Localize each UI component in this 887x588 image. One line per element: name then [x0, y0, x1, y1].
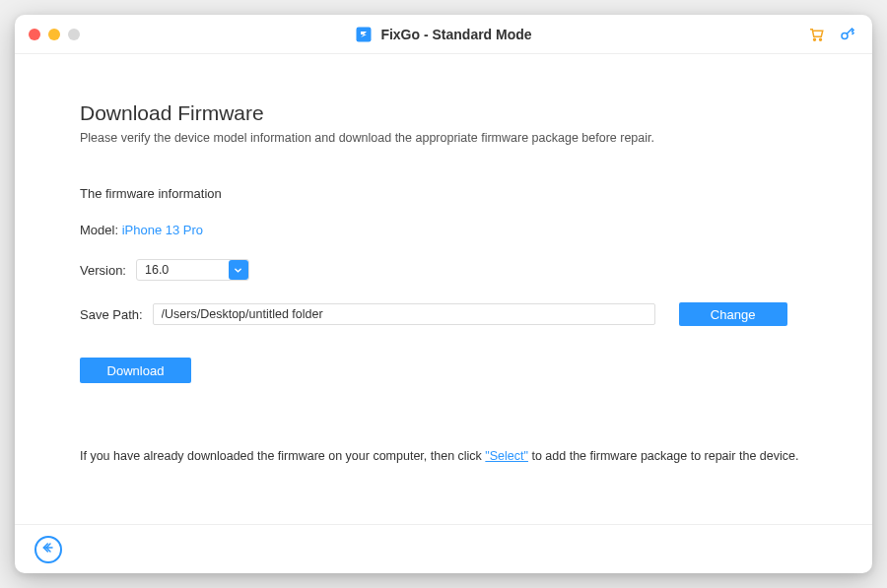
- version-row: Version: 16.0: [80, 259, 807, 281]
- savepath-row: Save Path: Change: [80, 302, 807, 326]
- version-value: 16.0: [145, 263, 169, 277]
- model-row: Model: iPhone 13 Pro: [80, 223, 807, 237]
- back-button[interactable]: [34, 536, 62, 563]
- window-title-text: FixGo - Standard Mode: [380, 27, 531, 42]
- page-subtitle: Please verify the device model informati…: [80, 131, 807, 145]
- page-title: Download Firmware: [80, 101, 807, 125]
- svg-point-2: [820, 38, 822, 40]
- traffic-lights: [15, 29, 80, 40]
- firmware-section-title: The firmware information: [80, 186, 807, 201]
- version-label: Version:: [80, 263, 126, 278]
- chevron-down-icon: [229, 260, 248, 280]
- svg-point-3: [842, 33, 848, 38]
- change-button[interactable]: Change: [679, 302, 787, 326]
- app-logo-icon: [355, 26, 373, 43]
- window-close-button[interactable]: [29, 29, 40, 40]
- footer: [15, 524, 872, 573]
- titlebar-right: [807, 26, 872, 43]
- app-window: FixGo - Standard Mode Download Firmware …: [15, 15, 872, 573]
- already-downloaded-text: If you have already downloaded the firmw…: [80, 449, 798, 463]
- already-suffix: to add the firmware package to repair th…: [531, 449, 798, 463]
- window-maximize-button[interactable]: [68, 29, 80, 40]
- content-area: Download Firmware Please verify the devi…: [15, 54, 872, 524]
- svg-rect-0: [357, 27, 372, 41]
- svg-point-1: [814, 38, 816, 40]
- already-prefix: If you have already downloaded the firmw…: [80, 449, 485, 463]
- savepath-input[interactable]: [153, 303, 655, 325]
- window-minimize-button[interactable]: [48, 29, 60, 40]
- select-link[interactable]: "Select": [485, 449, 528, 463]
- arrow-left-icon: [40, 540, 56, 559]
- version-select[interactable]: 16.0: [136, 259, 249, 281]
- key-icon[interactable]: [839, 26, 856, 43]
- window-title: FixGo - Standard Mode: [15, 26, 872, 43]
- download-button[interactable]: Download: [80, 358, 191, 383]
- savepath-label: Save Path:: [80, 307, 143, 322]
- cart-icon[interactable]: [807, 26, 825, 43]
- model-value: iPhone 13 Pro: [122, 223, 203, 237]
- model-label: Model:: [80, 223, 118, 237]
- titlebar: FixGo - Standard Mode: [15, 15, 872, 54]
